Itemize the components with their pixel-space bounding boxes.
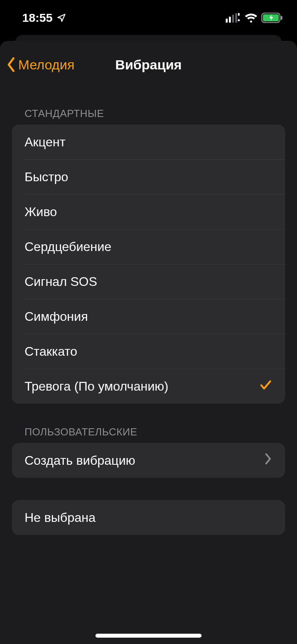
list-item-label: Сигнал SOS [25, 274, 272, 289]
list-item[interactable]: Создать вибрацию [12, 443, 285, 478]
list-item-label: Тревога (По умолчанию) [25, 379, 259, 394]
list-item-label: Живо [25, 205, 272, 219]
list-item-label: Симфония [25, 309, 272, 324]
home-indicator[interactable] [95, 634, 202, 638]
svg-rect-0 [226, 19, 228, 23]
svg-rect-4 [238, 13, 240, 16]
list-item-label: Сердцебиение [25, 240, 272, 254]
wifi-icon [245, 13, 257, 23]
list-item-label: Стаккато [25, 344, 272, 359]
content: СТАНДАРТНЫЕ АкцентБыстроЖивоСердцебиение… [0, 82, 297, 535]
cellular-icon [226, 13, 241, 23]
section-header-standard: СТАНДАРТНЫЕ [0, 107, 297, 125]
svg-rect-2 [232, 15, 234, 23]
list-item[interactable]: Живо [12, 194, 285, 229]
list-item-label: Не выбрана [25, 510, 272, 525]
status-bar: 18:55 [0, 0, 297, 36]
chevron-left-icon [6, 57, 16, 73]
svg-rect-7 [281, 16, 282, 20]
list-item[interactable]: Сердцебиение [12, 229, 285, 264]
status-right [226, 13, 283, 23]
location-icon [57, 13, 66, 23]
list-item[interactable]: Сигнал SOS [12, 264, 285, 299]
list-item-label: Акцент [25, 135, 272, 150]
section-header-custom: ПОЛЬЗОВАТЕЛЬСКИЕ [0, 426, 297, 443]
svg-rect-3 [235, 13, 237, 23]
chevron-right-icon [265, 452, 272, 468]
list-item-label: Создать вибрацию [25, 453, 265, 468]
battery-icon [261, 13, 283, 23]
nav-bar: Мелодия Вибрация [0, 47, 297, 82]
list-item[interactable]: Быстро [12, 159, 285, 194]
group-none: Не выбрана [12, 500, 285, 535]
list-item[interactable]: Тревога (По умолчанию) [12, 369, 285, 404]
list-item[interactable]: Симфония [12, 299, 285, 334]
group-custom: Создать вибрацию [12, 443, 285, 478]
status-left: 18:55 [22, 11, 66, 25]
svg-rect-1 [229, 17, 231, 23]
status-time: 18:55 [22, 11, 53, 25]
settings-sheet: Мелодия Вибрация СТАНДАРТНЫЕ АкцентБыстр… [0, 41, 297, 644]
back-button[interactable]: Мелодия [0, 57, 74, 73]
back-label: Мелодия [18, 57, 74, 73]
list-item[interactable]: Акцент [12, 125, 285, 159]
list-item[interactable]: Не выбрана [12, 500, 285, 535]
svg-point-5 [238, 19, 240, 21]
list-item[interactable]: Стаккато [12, 334, 285, 369]
checkmark-icon [259, 378, 272, 395]
group-standard: АкцентБыстроЖивоСердцебиениеСигнал SOSСи… [12, 125, 285, 404]
list-item-label: Быстро [25, 170, 272, 184]
